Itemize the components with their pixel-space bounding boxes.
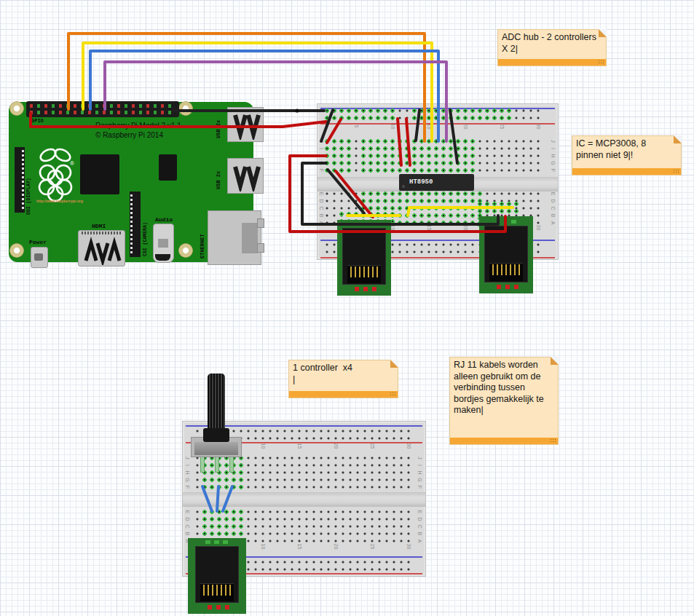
mounting-hole	[9, 101, 24, 116]
ic-label: HT8950	[409, 178, 433, 186]
pot-shaft	[208, 374, 225, 432]
pot-leg	[215, 455, 219, 473]
note-fold-corner	[599, 29, 607, 37]
note-text[interactable]: IC = MCP3008, 8 pinnen niet 9|!	[576, 138, 678, 161]
usb-port-2	[227, 158, 264, 194]
ethernet-port	[208, 210, 261, 265]
row-letters: EDCBA	[551, 190, 556, 226]
audio-label: Audio	[155, 216, 173, 223]
hdmi-port	[78, 230, 125, 266]
mounting-hole	[178, 101, 193, 116]
raspberry-pi-board[interactable]: GPIO Raspberry Pi Model 2 v1.1 © Raspber…	[9, 102, 253, 262]
solder-pad	[214, 540, 219, 544]
csi-connector	[130, 191, 141, 257]
pot-leg	[229, 455, 234, 473]
memory-chip	[159, 154, 177, 181]
ic-notch	[402, 185, 405, 188]
ethernet-label: ETHERNET	[200, 215, 205, 258]
note-one-controller[interactable]: 1 controller x4 |	[288, 360, 398, 398]
pot-body	[194, 442, 238, 455]
solder-pad	[205, 540, 210, 544]
gpio-label: GPIO	[31, 118, 44, 124]
rj11-connector-right[interactable]	[479, 216, 533, 293]
usb-label-2: USB 2x	[216, 165, 221, 189]
hdmi-label: HDMI	[92, 223, 106, 229]
solder-pad	[514, 285, 518, 289]
row-letters: JIHGF	[185, 454, 191, 491]
gpio-pins-bottom	[30, 111, 176, 114]
rj11-connector-bottom[interactable]	[188, 538, 246, 614]
note-title-bar[interactable]	[572, 168, 681, 175]
solder-pad	[216, 605, 221, 609]
pot-knob-base	[203, 428, 229, 442]
column-numbers: 51015202530	[338, 124, 556, 129]
note-title-bar[interactable]	[450, 438, 558, 444]
note-rj11-kabels[interactable]: RJ 11 kabels worden alleen gebruikt om d…	[449, 357, 559, 445]
rj11-gold-pins	[203, 585, 231, 596]
center-channel	[183, 492, 425, 507]
gpio-pins-top	[30, 104, 176, 108]
pi-copyright-text: © Raspberry Pi 2014	[95, 131, 163, 139]
usb-label-1: USB 2x	[216, 114, 221, 138]
ic-chip[interactable]: HT8950	[399, 174, 474, 191]
solder-pad	[208, 605, 212, 609]
note-adc-hub[interactable]: ADC hub - 2 controllers X 2|	[497, 29, 607, 66]
solder-pad	[505, 285, 510, 289]
rail-holes-top-connected	[323, 107, 396, 122]
holes-upper-connected	[201, 454, 245, 491]
audio-jack	[153, 224, 174, 263]
power-port	[31, 247, 48, 268]
note-fold-corner	[551, 357, 559, 365]
pi-url-text: http://www.raspberrypi.org	[36, 199, 83, 203]
fritzing-canvas: GPIO Raspberry Pi Model 2 v1.1 © Raspber…	[0, 0, 694, 616]
solder-pad	[225, 605, 229, 609]
power-label: Power	[29, 239, 47, 245]
pi-model-text: Raspberry Pi Model 2 v1.1	[95, 122, 181, 130]
rj11-gold-pins	[492, 264, 520, 275]
holes-upper-connected	[323, 138, 352, 174]
gpio-header[interactable]	[26, 101, 179, 117]
note-resize-grip[interactable]	[673, 169, 679, 174]
dsi-label: DSI (DISPLAY)	[26, 157, 31, 215]
mounting-hole	[9, 243, 24, 258]
solder-pad	[511, 220, 516, 224]
solder-pad	[223, 540, 228, 544]
registered-mark: ®	[70, 160, 74, 167]
note-fold-corner	[674, 135, 682, 143]
soc-chip	[80, 154, 119, 194]
csi-label: CSI (CAMERA)	[143, 194, 148, 256]
rj11-gold-pins	[350, 266, 378, 277]
dsi-connector	[15, 147, 25, 213]
note-ic-mcp3008[interactable]: IC = MCP3008, 8 pinnen niet 9|!	[572, 135, 682, 175]
solder-pad	[363, 287, 368, 291]
note-resize-grip[interactable]	[550, 438, 556, 443]
solder-pad	[355, 287, 359, 291]
solder-pad	[497, 285, 501, 289]
row-letters: EDCBA	[319, 190, 325, 226]
note-title-bar[interactable]	[498, 59, 606, 66]
rj11-connector-left[interactable]	[337, 220, 391, 296]
row-letters: JIHGF	[551, 138, 556, 174]
wire-bendpoint[interactable]	[295, 108, 299, 112]
note-text[interactable]: 1 controller x4 |	[293, 363, 395, 385]
note-text[interactable]: RJ 11 kabels worden alleen gebruikt om d…	[454, 360, 555, 416]
row-letters: EDCBA	[417, 508, 423, 545]
note-title-bar[interactable]	[289, 391, 398, 398]
mounting-hole	[178, 243, 193, 258]
note-fold-corner	[390, 360, 398, 368]
pot-leg	[200, 455, 205, 473]
usb-port-1	[227, 107, 264, 142]
note-resize-grip[interactable]	[598, 60, 604, 65]
solder-pad	[372, 287, 376, 291]
holes-upper-connected	[360, 138, 476, 174]
note-text[interactable]: ADC hub - 2 controllers X 2|	[502, 32, 603, 55]
note-resize-grip[interactable]	[390, 392, 396, 397]
row-letters: JIHGF	[417, 454, 423, 491]
